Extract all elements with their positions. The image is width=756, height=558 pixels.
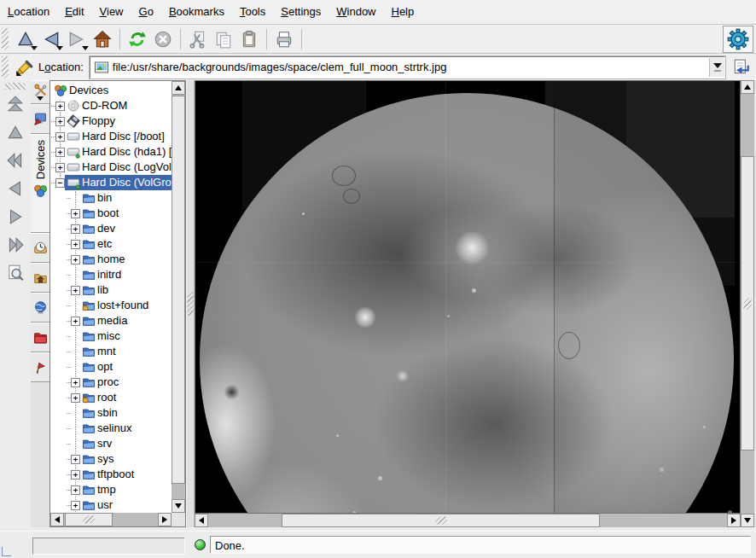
tree-expander[interactable]: + bbox=[71, 240, 80, 249]
tree-expander[interactable]: + bbox=[71, 317, 80, 326]
tree-expander[interactable]: + bbox=[71, 209, 80, 218]
tree-expander[interactable]: − bbox=[55, 178, 65, 188]
nav-double-back-button[interactable] bbox=[3, 149, 27, 171]
nav-up-button[interactable] bbox=[3, 121, 27, 143]
scroll-right-button[interactable] bbox=[727, 514, 741, 527]
tree-item-label[interactable]: lost+found bbox=[96, 298, 150, 313]
sidebar-tab-bookmarks[interactable] bbox=[31, 352, 49, 382]
go-button[interactable] bbox=[730, 56, 753, 78]
tree-item-label[interactable]: tftpboot bbox=[96, 467, 136, 482]
menu-view[interactable]: View bbox=[92, 0, 131, 24]
tree-expander[interactable]: + bbox=[55, 163, 65, 172]
tree-expander[interactable]: + bbox=[55, 148, 65, 157]
tree-item-label[interactable]: tmp bbox=[96, 482, 118, 497]
clear-location-button[interactable] bbox=[13, 56, 37, 78]
tree-row-hard-disc-boot-[interactable]: +Hard Disc [/boot] bbox=[50, 129, 172, 144]
menu-window[interactable]: Window bbox=[329, 0, 383, 24]
tree-expander[interactable]: + bbox=[71, 224, 80, 234]
tree-item-label[interactable]: initrd bbox=[96, 267, 123, 282]
tree-row-initrd[interactable]: initrd bbox=[50, 267, 172, 282]
tree-row-usr[interactable]: +usr bbox=[50, 497, 172, 513]
tree-item-label[interactable]: sys bbox=[96, 451, 116, 467]
tree-vscroll-thumb[interactable] bbox=[172, 96, 185, 484]
tree-row-srv[interactable]: srv bbox=[50, 436, 172, 451]
menu-settings[interactable]: Settings bbox=[273, 0, 329, 24]
panel-splitter[interactable] bbox=[186, 80, 195, 527]
tree-row-sys[interactable]: +sys bbox=[50, 451, 172, 467]
tree-item-label[interactable]: etc bbox=[96, 236, 113, 252]
navbar-grip[interactable] bbox=[5, 83, 26, 90]
sidebar-tab-root-folder[interactable] bbox=[31, 323, 49, 352]
tree-item-label[interactable]: proc bbox=[96, 375, 120, 390]
tree-row-tmp[interactable]: +tmp bbox=[50, 482, 172, 497]
tree-expander[interactable]: + bbox=[71, 393, 80, 403]
tree-row-mnt[interactable]: mnt bbox=[50, 344, 172, 359]
tree-row-hard-disc-logvol0[interactable]: +Hard Disc (LogVol0 bbox=[50, 160, 172, 175]
tree-row-devices[interactable]: Devices bbox=[50, 83, 172, 98]
view-vscrollbar[interactable] bbox=[741, 80, 754, 527]
sidebar-tab-network[interactable] bbox=[31, 293, 49, 323]
sidebar-tab-devices[interactable]: Devices bbox=[31, 134, 49, 233]
locbar-grip[interactable] bbox=[2, 56, 9, 78]
scroll-down-button[interactable] bbox=[172, 499, 185, 513]
copy-button[interactable] bbox=[211, 27, 236, 51]
tree-item-label[interactable]: Devices bbox=[67, 83, 110, 98]
reload-button[interactable] bbox=[125, 27, 150, 51]
menu-help[interactable]: Help bbox=[384, 0, 422, 24]
tree-expander[interactable]: + bbox=[55, 132, 65, 142]
menu-bookmarks[interactable]: Bookmarks bbox=[161, 0, 232, 24]
nav-forward-button[interactable] bbox=[3, 206, 27, 228]
tree-row-opt[interactable]: opt bbox=[50, 359, 172, 375]
tree-item-label[interactable]: srv bbox=[96, 436, 113, 451]
home-button[interactable] bbox=[90, 27, 115, 51]
tree-item-label[interactable]: mnt bbox=[96, 344, 118, 359]
tree-item-label[interactable]: Hard Disc (VolGrou bbox=[80, 175, 172, 190]
nav-double-forward-button[interactable] bbox=[3, 234, 27, 256]
tree-hscrollbar[interactable] bbox=[50, 513, 172, 526]
tree-expander[interactable]: + bbox=[71, 470, 80, 480]
back-button[interactable] bbox=[38, 27, 64, 51]
sidebar-tab-history[interactable] bbox=[31, 233, 49, 263]
tree-item-label[interactable]: boot bbox=[96, 206, 120, 221]
tree-item-label[interactable]: media bbox=[96, 313, 129, 328]
tree-item-label[interactable]: Floppy bbox=[80, 113, 117, 129]
tree-item-label[interactable]: selinux bbox=[96, 421, 133, 436]
tree-row-sbin[interactable]: sbin bbox=[50, 405, 172, 421]
menu-tools[interactable]: Tools bbox=[232, 0, 273, 24]
print-button[interactable] bbox=[271, 27, 297, 51]
location-input[interactable]: file:/usr/share/backgrounds/images/space… bbox=[113, 61, 709, 73]
tree-row-lost-found[interactable]: lost+found bbox=[50, 298, 172, 313]
tree-item-label[interactable]: usr bbox=[96, 497, 114, 513]
tree-expander[interactable]: + bbox=[71, 286, 80, 295]
tree-expander[interactable]: + bbox=[71, 378, 80, 387]
tree-item-label[interactable]: Hard Disc (hda1) [/ bbox=[80, 144, 172, 160]
tree-row-lib[interactable]: +lib bbox=[50, 282, 172, 298]
view-vscroll-thumb[interactable] bbox=[741, 156, 754, 450]
tree-item-label[interactable]: CD-ROM bbox=[80, 98, 129, 113]
tree-expander[interactable]: + bbox=[71, 455, 80, 464]
sidebar-tab-desktop[interactable] bbox=[31, 104, 49, 134]
tree-item-label[interactable]: misc bbox=[96, 328, 122, 344]
stop-button[interactable] bbox=[150, 27, 176, 51]
tree-item-label[interactable]: Hard Disc (LogVol0 bbox=[80, 160, 172, 175]
cut-button[interactable] bbox=[185, 27, 211, 51]
toolbar-grip[interactable] bbox=[2, 28, 9, 50]
up-button[interactable] bbox=[13, 27, 38, 51]
tree-item-label[interactable]: root bbox=[96, 390, 118, 405]
view-hscroll-thumb[interactable] bbox=[282, 514, 600, 527]
nav-back-button[interactable] bbox=[3, 177, 27, 200]
tree-row-hard-disc-hda1-[interactable]: +Hard Disc (hda1) [/ bbox=[50, 144, 172, 160]
paste-button[interactable] bbox=[236, 27, 262, 51]
tree-expander[interactable]: + bbox=[71, 255, 80, 264]
tree-row-tftpboot[interactable]: +tftpboot bbox=[50, 467, 172, 482]
tree-row-bin[interactable]: bin bbox=[50, 190, 172, 206]
tree-item-label[interactable]: home bbox=[96, 252, 127, 267]
scroll-down-button[interactable] bbox=[741, 514, 754, 527]
tree-row-floppy[interactable]: +Floppy bbox=[50, 113, 172, 129]
tree-hscroll-thumb[interactable] bbox=[65, 513, 113, 526]
nav-double-up-button[interactable] bbox=[3, 93, 27, 115]
sidebar-config-button[interactable] bbox=[31, 80, 49, 104]
tree-expander[interactable]: + bbox=[55, 117, 65, 126]
tree-row-misc[interactable]: misc bbox=[50, 328, 172, 344]
tree-item-label[interactable]: Hard Disc [/boot] bbox=[80, 129, 166, 144]
